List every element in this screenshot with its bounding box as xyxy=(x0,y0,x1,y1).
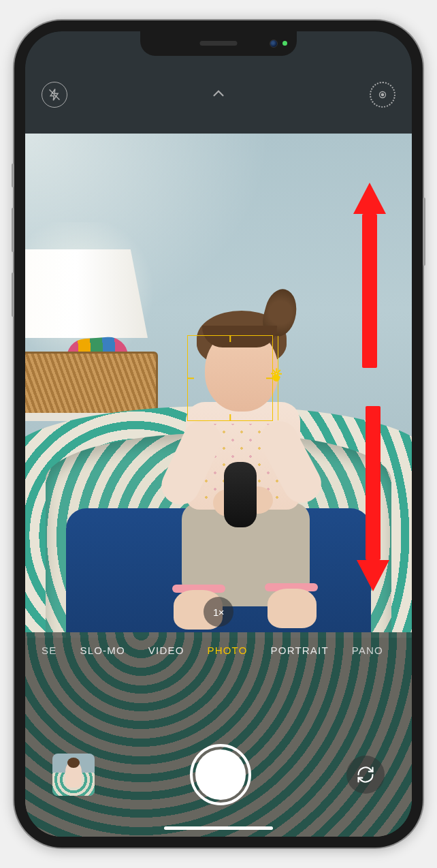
screen: 1× SE SLO-MO VIDEO PHOTO PORTRAIT P xyxy=(25,31,412,837)
mode-pano[interactable]: PANO xyxy=(352,645,383,656)
home-indicator[interactable] xyxy=(164,826,273,830)
live-photo-icon[interactable] xyxy=(370,82,395,108)
basket xyxy=(25,352,158,416)
speaker-grille xyxy=(200,41,238,46)
flip-camera-button[interactable] xyxy=(346,756,385,794)
shutter-inner xyxy=(195,749,246,800)
zoom-label: 1× xyxy=(213,606,224,618)
volume-down xyxy=(12,273,14,317)
annotation-arrow-up xyxy=(353,183,386,368)
zoom-button[interactable]: 1× xyxy=(204,597,233,627)
mute-switch xyxy=(12,164,14,187)
exposure-sun-icon[interactable] xyxy=(270,371,283,385)
phone-frame: 1× SE SLO-MO VIDEO PHOTO PORTRAIT P xyxy=(14,20,423,848)
mode-selector[interactable]: SE SLO-MO VIDEO PHOTO PORTRAIT PANO xyxy=(25,645,412,656)
shutter-button[interactable] xyxy=(190,744,251,805)
camera-viewfinder[interactable]: 1× xyxy=(25,134,412,638)
chevron-up-icon[interactable] xyxy=(210,84,227,105)
camera-in-use-indicator xyxy=(282,41,287,46)
last-photo-thumbnail[interactable] xyxy=(52,754,95,796)
annotation-arrow-down xyxy=(357,406,389,591)
camera-bottom-bar: SE SLO-MO VIDEO PHOTO PORTRAIT PANO xyxy=(25,632,412,837)
svg-point-2 xyxy=(381,93,383,95)
remote-control xyxy=(224,462,257,527)
power-button xyxy=(423,198,425,266)
focus-indicator[interactable] xyxy=(187,335,273,421)
flash-off-icon[interactable] xyxy=(42,82,67,108)
mode-portrait[interactable]: PORTRAIT xyxy=(271,645,329,656)
front-camera xyxy=(270,40,278,48)
volume-up xyxy=(12,208,14,252)
mode-slo-mo[interactable]: SLO-MO xyxy=(80,645,125,656)
mode-time-lapse[interactable]: SE xyxy=(42,645,56,656)
mode-photo[interactable]: PHOTO xyxy=(208,645,248,656)
mode-video[interactable]: VIDEO xyxy=(148,645,184,656)
flip-camera-icon xyxy=(356,765,375,784)
lamp xyxy=(25,249,148,338)
notch xyxy=(140,31,297,56)
